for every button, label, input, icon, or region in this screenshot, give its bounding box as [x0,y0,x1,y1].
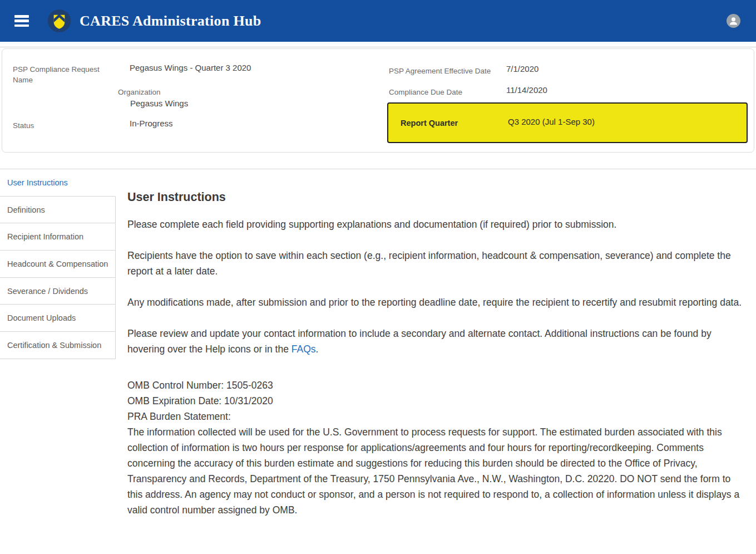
contact-text-before: Please review and update your contact in… [127,328,711,355]
app-logo-icon[interactable] [47,9,71,33]
omb-statement-block: OMB Control Number: 1505-0263 OMB Expira… [127,377,747,518]
status-label: Status [13,120,34,131]
organization-value: Pegasus Wings [130,98,188,109]
tab-headcount-compensation[interactable]: Headcount & Compensation [0,251,116,278]
instructions-paragraph-3: Any modifications made, after submission… [127,295,747,310]
faqs-link[interactable]: FAQs [291,344,316,355]
request-name-label: PSP Compliance Request Name [13,64,107,85]
app-header: CARES Administration Hub [0,0,756,42]
status-value: In-Progress [130,118,173,129]
contact-text-after: . [316,344,319,355]
compliance-summary-panel: PSP Compliance Request Name Pegasus Wing… [2,48,754,153]
report-quarter-label: Report Quarter [401,119,458,128]
contact-update-paragraph: Please review and update your contact in… [127,326,747,357]
hamburger-bar [14,24,29,27]
tab-definitions[interactable]: Definitions [0,197,116,224]
report-quarter-highlight: Report Quarter Q3 2020 (Jul 1-Sep 30) [387,102,748,143]
hamburger-menu-icon[interactable] [14,15,29,27]
due-date-label: Compliance Due Date [389,87,462,97]
tab-label: User Instructions [7,178,68,187]
omb-control-number: OMB Control Number: 1505-0263 [127,377,747,393]
tab-label: Headcount & Compensation [7,259,108,268]
header-divider [0,47,756,47]
pra-burden-text: The information collected will be used f… [127,424,747,518]
tab-label: Document Uploads [7,313,76,322]
organization-label: Organization [118,87,161,97]
effective-date-label: PSP Agreement Effective Date [389,66,491,76]
tab-label: Severance / Dividends [7,287,88,296]
effective-date-value: 7/1/2020 [506,63,538,75]
page-title: User Instructions [127,189,747,205]
section-nav: User Instructions Definitions Recipient … [0,169,116,359]
main-content: User Instructions Please complete each f… [127,169,747,518]
tab-label: Recipient Information [7,232,83,241]
hamburger-bar [14,19,29,22]
report-quarter-value: Q3 2020 (Jul 1-Sep 30) [508,117,595,126]
app-title: CARES Administration Hub [80,13,261,30]
instructions-paragraph-2: Recipients have the option to save withi… [127,248,747,279]
pra-burden-label: PRA Burden Statement: [127,409,747,424]
due-date-value: 11/14/2020 [506,85,547,96]
user-avatar-icon[interactable] [727,14,740,28]
tab-recipient-information[interactable]: Recipient Information [0,223,116,251]
tab-label: Definitions [7,205,45,214]
hamburger-bar [14,15,29,18]
tab-document-uploads[interactable]: Document Uploads [0,305,116,332]
tab-user-instructions[interactable]: User Instructions [0,169,116,197]
tab-certification-submission[interactable]: Certification & Submission [0,332,116,359]
omb-expiration-date: OMB Expiration Date: 10/31/2020 [127,393,747,409]
tab-label: Certification & Submission [7,341,101,350]
request-name-value: Pegasus Wings - Quarter 3 2020 [130,62,251,73]
instructions-paragraph-1: Please complete each field providing sup… [127,217,747,232]
tab-severance-dividends[interactable]: Severance / Dividends [0,278,116,305]
